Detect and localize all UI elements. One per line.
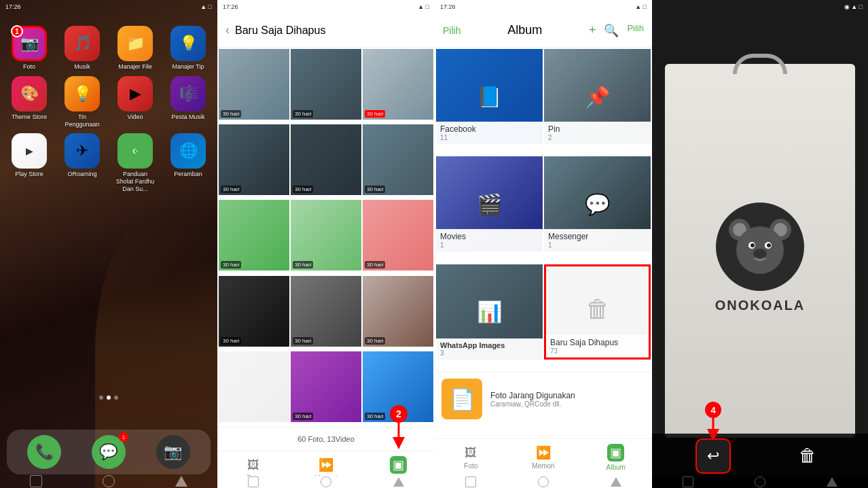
album-name: WhatsApp Images [440,341,539,349]
nav-back[interactable] [827,477,837,487]
memori-tab-icon: ⏩ [319,457,333,472]
cam-icon[interactable]: 📷 [156,435,190,469]
photo-cell[interactable]: 30 hari [291,124,361,195]
nav-square[interactable] [248,476,259,487]
app-item-oroaming[interactable]: ✈ ORoaming [58,133,106,192]
msg-icon[interactable]: 💬 1 [92,435,126,469]
photo-cell[interactable]: 30 hari [363,200,433,271]
photo-cell[interactable]: 30 hari [363,276,433,347]
penggunaan-label: Tin Penggunaan [62,114,103,128]
home-nav-back[interactable] [175,476,187,487]
pilih-button[interactable]: Pilih [627,23,644,38]
album-pilih-left[interactable]: Pilih [443,25,460,36]
album-tab-foto[interactable]: 🖼 Foto [435,439,507,476]
days-label: 30 hari [293,337,313,345]
peramban-icon[interactable]: 🌐 [170,133,206,169]
panel-album: 17:26 ▲ □ Pilih Album + 🔍 Pilih 📘 Facebo… [435,0,652,488]
oroaming-icon[interactable]: ✈ [65,133,100,169]
app-item-theme[interactable]: 🎨 Theme Store [5,76,53,128]
shalat-icon[interactable]: ☪ [117,133,153,169]
photo-cell[interactable] [219,351,289,422]
nav-back[interactable] [611,477,621,487]
photo-cell[interactable]: 30 hari [291,200,361,271]
add-album-button[interactable]: + [589,23,596,38]
svg-point-13 [751,243,755,247]
days-label: 30 hari [365,261,385,268]
app-item-video[interactable]: ▶ Video [111,76,159,128]
app-item-peramban[interactable]: 🌐 Peramban [164,133,212,192]
album-movies[interactable]: 🎬 Movies 1 [436,156,543,251]
album-tab-memori[interactable]: ⏩ Memori [507,439,580,476]
viewer-image: ONOKOALA [652,0,868,488]
album-deleted-info: Baru Saja Dihapus 73 [546,335,649,358]
annotation-1: 1 [11,25,23,37]
photo-cell[interactable]: 30 hari [291,276,361,347]
album-name: Pin [548,124,647,134]
app-item-pesta[interactable]: 🎼 Pesta Musik [164,76,212,128]
theme-icon[interactable]: 🎨 [12,76,47,111]
app-item-penggunaan[interactable]: 💡 Tin Penggunaan [58,76,106,128]
nav-square[interactable] [465,476,476,487]
shalat-label: Panduan Sholat Fardhu Dan Su... [115,171,156,192]
nav-circle[interactable] [321,476,331,487]
photo-cell[interactable]: 30 hari [291,351,361,422]
play-icon[interactable]: ▶ [12,133,47,169]
app-item-manajer-tip[interactable]: 💡 Manajer Tip [164,26,212,71]
nav-square[interactable] [683,476,693,487]
app-item-manajer-file[interactable]: 📁 Manajer File [111,26,159,71]
dot-2 [107,396,111,400]
phone-icon[interactable]: 📞 [27,435,61,469]
photo-cell[interactable]: 30 hari [219,124,289,195]
nav-back[interactable] [393,477,404,487]
photo-cell[interactable]: 30 hari [363,49,433,120]
album-messenger[interactable]: 💬 Messenger 1 [544,156,651,251]
manajer-file-icon[interactable]: 📁 [117,26,153,61]
nav-circle[interactable] [755,476,765,487]
viewer-status-bar: ◉ ▲ □ [652,0,868,14]
musik-icon[interactable]: 🎵 [65,26,100,61]
back-button[interactable]: ‹ [225,23,230,37]
album-title: Album [460,23,588,37]
photo-cell[interactable]: 30 hari [219,200,289,271]
album-whatsapp[interactable]: 📊 WhatsApp Images 3 [436,264,543,360]
days-label: 30 hari [221,110,241,118]
dock-cam[interactable]: 📷 [156,435,190,469]
album-tab-album[interactable]: ▣ Album [579,439,652,476]
photo-cell[interactable]: 30 hari [219,49,289,120]
search-button[interactable]: 🔍 [604,23,619,38]
foto-icon[interactable]: 📷 1 [12,26,47,61]
pulihkan-icon: ↩ [707,447,719,465]
manajer-tip-icon[interactable]: 💡 [170,26,206,61]
days-label: 30 hari [221,337,241,345]
photo-cell[interactable]: 30 hari [363,124,433,195]
dock-msg[interactable]: 💬 1 [92,435,126,469]
viewer-status-icons: ◉ ▲ □ [844,3,863,10]
nav-circle[interactable] [538,476,549,487]
dock-phone[interactable]: 📞 [27,435,61,469]
pesta-icon[interactable]: 🎼 [170,76,206,111]
penggunaan-icon[interactable]: 💡 [65,76,100,111]
photo-cell[interactable]: 30 hari [219,276,289,347]
home-nav-square[interactable] [30,475,42,487]
days-label: 30 hari [365,110,385,118]
app-item-play[interactable]: ▶ Play Store [5,133,53,192]
home-nav-circle[interactable] [103,475,115,487]
video-icon[interactable]: ▶ [117,76,153,111]
photo-cell[interactable]: 30 hari [291,49,361,120]
album-movies-info: Movies 1 [436,229,543,251]
album-jarang[interactable]: 📄 Foto Jarang Digunakan Caramiaw, QRCode… [436,372,651,426]
days-label: 30 hari [221,261,241,268]
panel-deleted: 17:26 ▲ □ ‹ Baru Saja Dihapus 30 hari 30… [217,0,435,488]
deleted-title: Baru Saja Dihapus [235,24,427,37]
album-deleted[interactable]: 🗑 Baru Saja Dihapus 73 3 [544,264,651,360]
album-facebook[interactable]: 📘 Facebook 11 [436,49,543,144]
app-item-shalat[interactable]: ☪ Panduan Sholat Fardhu Dan Su... [111,133,159,192]
album-tab-icon: ▣ [607,444,624,461]
album-count: 2 [548,134,647,141]
album-header: Pilih Album + 🔍 Pilih [435,14,652,48]
app-item-musik[interactable]: 🎵 Musik [58,26,106,71]
app-item-foto[interactable]: 📷 1 Foto [5,26,53,71]
days-label: 30 hari [221,186,241,193]
album-pin[interactable]: 📌 Pin 2 [544,49,651,144]
album-name: Messenger [548,232,647,241]
